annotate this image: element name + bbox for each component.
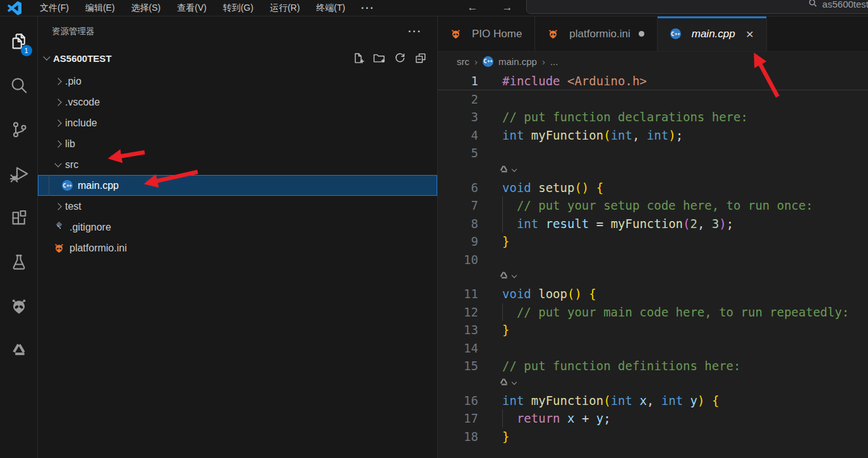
tab-platformio.ini[interactable]: platformio.ini xyxy=(535,16,657,51)
code-line-content: } xyxy=(478,428,868,446)
explorer-title: 资源管理器 xyxy=(52,26,95,37)
code-token: { xyxy=(596,181,603,195)
code-line-content: void loop() { xyxy=(478,285,868,303)
activity-item-platformio[interactable] xyxy=(0,286,38,330)
file-tree: .pio.vscodeincludelibsrcC++main.cpptest.… xyxy=(38,71,437,258)
tree-item-.vscode[interactable]: .vscode xyxy=(38,92,437,112)
chevron-down-icon xyxy=(43,53,50,60)
refresh-icon[interactable] xyxy=(394,52,406,64)
tab-PIO-Home[interactable]: PIO Home xyxy=(438,16,535,51)
alien-icon xyxy=(10,298,28,318)
tree-item-src[interactable]: src xyxy=(38,154,437,175)
chevron-down-icon xyxy=(512,166,517,171)
tree-item-.pio[interactable]: .pio xyxy=(38,71,437,92)
tree-item-platformio.ini[interactable]: platformio.ini xyxy=(38,238,437,258)
code-line-content: int myFunction(int, int); xyxy=(478,126,868,145)
code-editor[interactable]: 1#include <Arduino.h>23// put function d… xyxy=(438,71,868,458)
tree-item-label: include xyxy=(65,118,97,129)
code-token: = xyxy=(589,217,610,231)
breadcrumb-separator-icon: › xyxy=(474,56,478,67)
menu-item-7[interactable]: 终端(T) xyxy=(308,0,354,16)
ai-codelens-row[interactable] xyxy=(438,268,868,285)
explorer-more-button[interactable]: ··· xyxy=(408,26,422,37)
breadcrumb-item-1[interactable]: src xyxy=(457,56,469,67)
line-number: 1 xyxy=(438,72,478,90)
new-file-icon[interactable] xyxy=(352,52,365,64)
project-section-header[interactable]: AS5600TEST xyxy=(38,48,437,68)
code-line-content: int result = myFunction(2, 3); xyxy=(478,215,868,233)
knot-icon xyxy=(498,377,509,390)
platformio-icon xyxy=(450,28,461,39)
code-token: 3 xyxy=(712,217,719,231)
explorer-actions xyxy=(352,52,427,64)
line-number: 11 xyxy=(438,285,478,303)
line-number: 14 xyxy=(438,339,478,358)
code-line-14: 14 xyxy=(438,339,868,358)
code-token: ; xyxy=(676,128,683,142)
code-token xyxy=(502,198,517,212)
menu-overflow-button[interactable]: ··· xyxy=(353,3,382,14)
menu-item-3[interactable]: 选择(S) xyxy=(123,0,169,16)
code-token: // put function definitions here: xyxy=(502,359,741,373)
code-line-content xyxy=(478,339,868,358)
chevron-right-icon xyxy=(54,99,61,105)
menu-item-1[interactable]: 文件(F) xyxy=(32,0,77,16)
code-token: x xyxy=(639,394,646,407)
activity-item-ai-extension[interactable] xyxy=(0,330,38,374)
activity-item-run-debug[interactable] xyxy=(0,153,38,197)
knot-icon xyxy=(498,270,509,284)
code-token: { xyxy=(712,394,719,407)
close-icon[interactable]: × xyxy=(746,27,754,40)
search-icon xyxy=(9,76,28,97)
tree-item-include[interactable]: include xyxy=(38,112,437,133)
code-line-11: 11void loop() { xyxy=(438,285,868,303)
tree-item-lib[interactable]: lib xyxy=(38,133,437,154)
code-token: int xyxy=(611,128,632,142)
code-token xyxy=(589,181,596,195)
search-icon xyxy=(808,0,817,10)
code-token: ) xyxy=(668,128,675,142)
activity-item-extensions[interactable] xyxy=(0,197,38,241)
code-token: // put function declarations here: xyxy=(502,110,748,124)
tab-main.cpp[interactable]: C++main.cpp× xyxy=(658,16,767,51)
code-line-12: 12 // put your main code here, to run re… xyxy=(438,303,868,322)
ai-codelens-row[interactable] xyxy=(438,375,868,392)
tree-item-test[interactable]: test xyxy=(38,196,437,217)
breadcrumb-item-2[interactable]: main.cpp xyxy=(498,56,537,67)
line-number: 9 xyxy=(438,232,478,251)
code-token xyxy=(502,217,517,231)
code-line-1: 1#include <Arduino.h> xyxy=(438,72,868,90)
tree-item-main.cpp[interactable]: C++main.cpp xyxy=(38,175,437,196)
line-number: 17 xyxy=(438,409,478,428)
modified-dot-icon xyxy=(639,31,644,37)
menu-item-4[interactable]: 查看(V) xyxy=(169,0,215,16)
activity-item-explorer[interactable]: 1 xyxy=(0,20,38,64)
breadcrumb-separator-icon: › xyxy=(542,56,545,67)
code-token: int xyxy=(661,394,683,407)
code-line-7: 7 // put your setup code here, to run on… xyxy=(438,196,868,215)
collapse-all-icon[interactable] xyxy=(414,52,427,64)
menu-item-6[interactable]: 运行(R) xyxy=(262,0,308,16)
menu-item-2[interactable]: 编辑(E) xyxy=(77,0,123,16)
activity-item-source-control[interactable] xyxy=(0,109,38,153)
ai-codelens-row[interactable] xyxy=(438,162,868,179)
tab-label: main.cpp xyxy=(692,28,735,40)
command-center-search[interactable]: as5600test xyxy=(526,0,868,14)
forward-arrow-button[interactable]: → xyxy=(498,0,517,15)
debug-icon xyxy=(9,164,28,186)
code-line-content: // put your setup code here, to run once… xyxy=(478,196,868,215)
activity-item-testing[interactable] xyxy=(0,241,38,286)
activity-item-search[interactable] xyxy=(0,64,38,109)
new-folder-icon[interactable] xyxy=(373,52,385,64)
back-arrow-button[interactable]: ← xyxy=(463,0,482,15)
code-token: setup xyxy=(538,181,574,195)
tree-item-.gitignore[interactable]: .gitignore xyxy=(38,217,437,238)
code-token xyxy=(560,411,567,425)
cpp-file-icon: C++ xyxy=(670,28,681,39)
platformio-file-icon xyxy=(54,243,64,253)
breadcrumb-item-3[interactable]: ... xyxy=(550,56,558,67)
menu-item-5[interactable]: 转到(G) xyxy=(215,0,262,16)
tab-label: PIO Home xyxy=(472,28,522,40)
cpp-file-icon: C++ xyxy=(62,180,73,191)
code-token xyxy=(632,394,639,407)
